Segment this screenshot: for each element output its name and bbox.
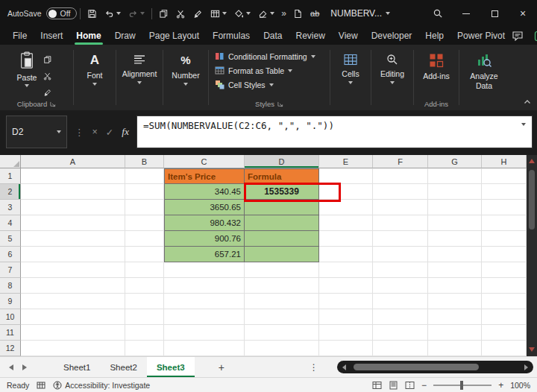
cell-G9[interactable]	[428, 294, 482, 309]
menu-tab-page-layout[interactable]: Page Layout	[142, 27, 206, 45]
cell-E1[interactable]	[319, 168, 373, 184]
row-header-3[interactable]: 3	[0, 200, 21, 215]
cell-F9[interactable]	[373, 294, 428, 309]
number-button[interactable]: % Number	[165, 45, 207, 86]
scroll-down-arrow-icon[interactable]	[529, 347, 535, 352]
menu-tab-file[interactable]: File	[6, 27, 34, 45]
sheet-tab-sheet2[interactable]: Sheet2	[100, 357, 146, 377]
insert-function-icon[interactable]: fx	[122, 126, 129, 138]
analyze-data-button[interactable]: Analyze Data	[461, 45, 507, 90]
zoom-in-button[interactable]: +	[498, 381, 503, 390]
name-box[interactable]: D2	[6, 116, 67, 148]
accessibility-status[interactable]: Accessibility: Investigate	[53, 381, 150, 390]
menu-tab-view[interactable]: View	[332, 27, 365, 45]
cell-E6[interactable]	[319, 247, 373, 262]
cell-G7[interactable]	[428, 262, 482, 278]
cell-B7[interactable]	[125, 262, 164, 278]
column-header-H[interactable]: H	[482, 155, 527, 168]
cell-E11[interactable]	[319, 325, 373, 341]
cell-E9[interactable]	[319, 294, 373, 309]
cell-A4[interactable]	[21, 215, 125, 231]
table-button[interactable]	[207, 6, 230, 22]
conditional-formatting-button[interactable]: Conditional Formatting	[210, 51, 328, 62]
cell-C5[interactable]: 900.76	[164, 231, 245, 247]
cell-A6[interactable]	[21, 247, 125, 262]
cell-G12[interactable]	[428, 341, 482, 356]
cell-C11[interactable]	[164, 325, 245, 341]
new-sheet-button[interactable]: +	[210, 357, 233, 377]
cell-D2[interactable]: 1535339	[245, 184, 319, 200]
comments-icon[interactable]	[512, 31, 524, 41]
column-header-E[interactable]: E	[319, 155, 373, 168]
cell-F6[interactable]	[373, 247, 428, 262]
copy-button[interactable]	[155, 6, 172, 22]
vertical-scrollbar-thumb[interactable]	[529, 170, 535, 230]
cell-D1[interactable]: Formula	[245, 168, 319, 184]
menu-tab-data[interactable]: Data	[257, 27, 289, 45]
cell-H8[interactable]	[482, 278, 527, 294]
cell-D11[interactable]	[245, 325, 319, 341]
cell-styles-button[interactable]: Cell Styles	[210, 79, 328, 90]
cell-B3[interactable]	[125, 200, 164, 215]
cell-H10[interactable]	[482, 309, 527, 325]
column-header-F[interactable]: F	[373, 155, 428, 168]
cell-B9[interactable]	[125, 294, 164, 309]
cell-E4[interactable]	[319, 215, 373, 231]
row-header-12[interactable]: 12	[0, 341, 21, 356]
cell-D5[interactable]	[245, 231, 319, 247]
cell-E5[interactable]	[319, 231, 373, 247]
cell-C6[interactable]: 657.21	[164, 247, 245, 262]
row-header-6[interactable]: 6	[0, 247, 21, 262]
cell-F5[interactable]	[373, 231, 428, 247]
row-header-9[interactable]: 9	[0, 294, 21, 309]
share-icon[interactable]	[534, 31, 537, 42]
row-header-1[interactable]: 1	[0, 168, 21, 184]
column-header-A[interactable]: A	[21, 155, 125, 168]
cell-D6[interactable]	[245, 247, 319, 262]
cell-C4[interactable]: 980.432	[164, 215, 245, 231]
close-button[interactable]: ×	[509, 0, 537, 27]
cell-F2[interactable]	[373, 184, 428, 200]
cell-B10[interactable]	[125, 309, 164, 325]
cell-H5[interactable]	[482, 231, 527, 247]
cell-H2[interactable]	[482, 184, 527, 200]
search-button[interactable]	[424, 0, 452, 27]
cell-D7[interactable]	[245, 262, 319, 278]
cell-A11[interactable]	[21, 325, 125, 341]
sheet-menu-icon[interactable]: ⋮	[305, 357, 323, 377]
cell-H1[interactable]	[482, 168, 527, 184]
cell-A7[interactable]	[21, 262, 125, 278]
previous-sheet-icon[interactable]	[9, 364, 13, 370]
page-break-view-icon[interactable]	[405, 381, 415, 390]
cell-C2[interactable]: 340.45	[164, 184, 245, 200]
expand-formula-bar-icon[interactable]	[521, 123, 526, 126]
cell-A1[interactable]	[21, 168, 125, 184]
new-file-button[interactable]	[289, 6, 307, 22]
menu-tab-review[interactable]: Review	[289, 27, 331, 45]
font-button[interactable]: A Font	[75, 45, 114, 86]
sheet-tab-sheet1[interactable]: Sheet1	[54, 357, 100, 377]
next-sheet-icon[interactable]	[22, 364, 27, 370]
editing-button[interactable]: Editing	[373, 45, 412, 84]
enter-icon[interactable]: ✓	[106, 127, 113, 138]
cell-F4[interactable]	[373, 215, 428, 231]
format-as-table-button[interactable]: Format as Table	[210, 65, 328, 76]
row-header-11[interactable]: 11	[0, 325, 21, 341]
cell-B8[interactable]	[125, 278, 164, 294]
formula-input[interactable]: =SUM(NUMBERVALUE(C2:C6, ",", "."))	[136, 116, 533, 148]
cell-D12[interactable]	[245, 341, 319, 356]
cell-A10[interactable]	[21, 309, 125, 325]
cell-B1[interactable]	[125, 168, 164, 184]
zoom-slider[interactable]	[433, 385, 492, 386]
menu-tab-power-pivot[interactable]: Power Pivot	[450, 27, 512, 45]
cell-E3[interactable]	[319, 200, 373, 215]
cell-F10[interactable]	[373, 309, 428, 325]
cell-E8[interactable]	[319, 278, 373, 294]
row-header-7[interactable]: 7	[0, 262, 21, 278]
cell-F12[interactable]	[373, 341, 428, 356]
cell-E2[interactable]	[319, 184, 373, 200]
dialog-launcher-icon[interactable]	[277, 101, 283, 107]
scroll-right-arrow-icon[interactable]	[524, 364, 528, 370]
maximize-button[interactable]	[480, 0, 509, 27]
clipboard-copy-button[interactable]	[40, 53, 56, 66]
